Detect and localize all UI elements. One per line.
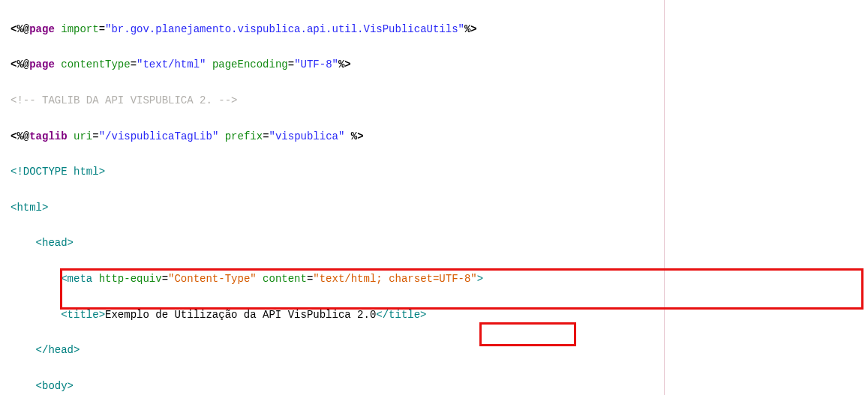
jsp-directive: taglib bbox=[29, 130, 67, 142]
code-line[interactable]: <html> bbox=[11, 199, 868, 217]
jsp-delim: <%@ bbox=[11, 130, 29, 142]
code-line[interactable]: </head> bbox=[11, 342, 868, 360]
attr-name: content bbox=[263, 273, 307, 285]
attr-name: contentType bbox=[61, 58, 130, 70]
code-line[interactable]: <title>Exemplo de Utilização da API VisP… bbox=[11, 307, 868, 325]
html-tag: <html> bbox=[11, 202, 48, 214]
comment: <!-- TAGLIB DA API VISPUBLICA 2. --> bbox=[11, 94, 237, 106]
title-text: Exemplo de Utilização da API VisPublica … bbox=[105, 309, 376, 321]
attr-value: "vispublica" bbox=[269, 130, 345, 142]
code-line[interactable]: <%@page import="br.gov.planejamento.visp… bbox=[11, 21, 868, 39]
head-tag: <head> bbox=[36, 237, 74, 249]
attr-name: pageEncoding bbox=[212, 58, 288, 70]
tag-close: > bbox=[477, 273, 483, 285]
jsp-delim: %> bbox=[464, 23, 477, 35]
attr-value: "/vispublicaTagLib" bbox=[99, 130, 219, 142]
code-line[interactable]: <%@taglib uri="/vispublicaTagLib" prefix… bbox=[11, 128, 868, 146]
attr-name: uri bbox=[74, 130, 92, 142]
attr-value: "Content-Type" bbox=[168, 273, 257, 285]
code-editor[interactable]: <%@page import="br.gov.planejamento.visp… bbox=[0, 0, 868, 395]
attr-value: "UTF-8" bbox=[294, 58, 338, 70]
code-line[interactable]: <meta http-equiv="Content-Type" content=… bbox=[11, 271, 868, 289]
attr-value: "br.gov.planejamento.vispublica.api.util… bbox=[105, 23, 464, 35]
doctype: DOCTYPE bbox=[23, 166, 68, 178]
jsp-delim: <%@ bbox=[11, 58, 29, 70]
title-tag-close: </title> bbox=[376, 309, 426, 321]
code-line[interactable]: <!DOCTYPE html> bbox=[11, 163, 868, 181]
jsp-delim: <%@ bbox=[11, 23, 29, 35]
jsp-delim: %> bbox=[338, 58, 351, 70]
tag-close: html> bbox=[68, 166, 105, 178]
attr-value: "text/html; charset=UTF-8" bbox=[313, 273, 476, 285]
attr-name: http-equiv bbox=[99, 273, 162, 285]
code-line[interactable]: <!-- TAGLIB DA API VISPUBLICA 2. --> bbox=[11, 92, 868, 110]
jsp-directive: page bbox=[29, 23, 55, 35]
head-close: </head> bbox=[36, 344, 80, 356]
meta-tag: <meta bbox=[61, 273, 98, 285]
code-line[interactable]: <head> bbox=[11, 235, 868, 253]
body-tag: <body> bbox=[36, 380, 74, 392]
attr-name: prefix bbox=[225, 130, 263, 142]
title-tag: <title> bbox=[61, 309, 105, 321]
attr-name: import bbox=[61, 23, 98, 35]
code-line[interactable]: <%@page contentType="text/html" pageEnco… bbox=[11, 56, 868, 74]
jsp-directive: page bbox=[29, 58, 55, 70]
attr-value: "text/html" bbox=[137, 58, 206, 70]
tag-open: <! bbox=[11, 166, 23, 178]
code-line[interactable]: <body> bbox=[11, 378, 868, 395]
jsp-delim: %> bbox=[351, 130, 364, 142]
